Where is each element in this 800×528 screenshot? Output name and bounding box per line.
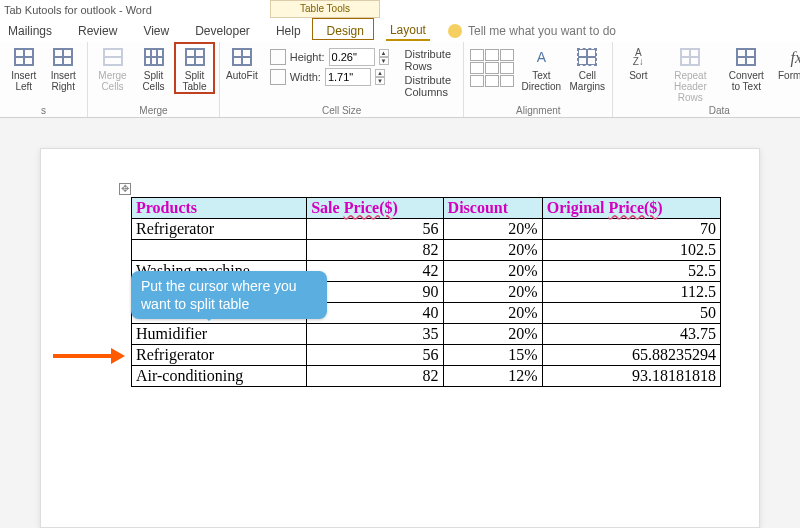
- tell-me-placeholder: Tell me what you want to do: [468, 24, 616, 38]
- height-spinner[interactable]: ▲▼: [379, 49, 389, 65]
- document-area[interactable]: ✥ Products Sale Price($) Discount Origin…: [0, 118, 800, 528]
- tab-help[interactable]: Help: [272, 22, 305, 40]
- cell-discount[interactable]: 12%: [443, 366, 542, 387]
- window-title: Tab Kutools for outlook - Word: [4, 4, 152, 16]
- cell-sale[interactable]: 56: [307, 345, 443, 366]
- cell-margins-button[interactable]: CellMargins: [568, 44, 606, 92]
- th-discount[interactable]: Discount: [443, 198, 542, 219]
- table-move-handle[interactable]: ✥: [119, 183, 131, 195]
- cell-sale[interactable]: 35: [307, 324, 443, 345]
- cell-original[interactable]: 65.88235294: [542, 345, 720, 366]
- height-label: Height:: [290, 51, 325, 63]
- repeat-header-rows-button[interactable]: RepeatHeader Rows: [661, 44, 719, 103]
- cell-sale[interactable]: 90: [307, 282, 443, 303]
- cell-original[interactable]: 52.5: [542, 261, 720, 282]
- ribbon-tabs: Mailings Review View Developer Help Desi…: [0, 20, 800, 42]
- text-direction-button[interactable]: A TextDirection: [522, 44, 560, 92]
- cell-product[interactable]: Refrigerator: [132, 345, 307, 366]
- width-input[interactable]: [325, 68, 371, 86]
- table-row[interactable]: Humidifier3520%43.75: [132, 324, 721, 345]
- group-label-rows-cols: s: [6, 105, 81, 117]
- th-original-price[interactable]: Original Price($): [542, 198, 720, 219]
- instruction-callout: Put the cursor where you want to split t…: [131, 271, 327, 319]
- bulb-icon: [448, 24, 462, 38]
- cell-original[interactable]: 50: [542, 303, 720, 324]
- width-spinner[interactable]: ▲▼: [375, 69, 385, 85]
- cell-original[interactable]: 43.75: [542, 324, 720, 345]
- cell-discount[interactable]: 15%: [443, 345, 542, 366]
- tab-view[interactable]: View: [139, 22, 173, 40]
- height-icon: [270, 49, 286, 65]
- group-label-alignment: Alignment: [470, 105, 606, 117]
- cell-original[interactable]: 112.5: [542, 282, 720, 303]
- cell-sale[interactable]: 82: [307, 366, 443, 387]
- page[interactable]: ✥ Products Sale Price($) Discount Origin…: [40, 148, 760, 528]
- distribute-rows-button[interactable]: Distribute Rows: [401, 48, 458, 72]
- cell-sale[interactable]: 82: [307, 240, 443, 261]
- table-row[interactable]: Refrigerator5620%70: [132, 219, 721, 240]
- group-label-cellsize: Cell Size: [226, 105, 457, 117]
- width-icon: [270, 69, 286, 85]
- cell-discount[interactable]: 20%: [443, 219, 542, 240]
- cell-original[interactable]: 70: [542, 219, 720, 240]
- convert-to-text-button[interactable]: Convertto Text: [723, 44, 769, 92]
- height-input[interactable]: [329, 48, 375, 66]
- split-cells-button[interactable]: SplitCells: [135, 44, 172, 92]
- merge-cells-button[interactable]: MergeCells: [94, 44, 131, 92]
- sort-icon: AZ↓: [627, 46, 649, 68]
- group-label-merge: Merge: [94, 105, 213, 117]
- cell-product[interactable]: Refrigerator: [132, 219, 307, 240]
- pointer-arrow: [53, 349, 125, 363]
- autofit-button[interactable]: AutoFit: [226, 44, 258, 81]
- insert-right-button[interactable]: InsertRight: [46, 44, 82, 92]
- cell-sale[interactable]: 42: [307, 261, 443, 282]
- cell-discount[interactable]: 20%: [443, 303, 542, 324]
- sort-button[interactable]: AZ↓ Sort: [619, 44, 657, 81]
- table-header-row[interactable]: Products Sale Price($) Discount Original…: [132, 198, 721, 219]
- formula-button[interactable]: fx Formula: [773, 44, 800, 81]
- cell-sale[interactable]: 40: [307, 303, 443, 324]
- tab-mailings[interactable]: Mailings: [4, 22, 56, 40]
- cell-product[interactable]: [132, 240, 307, 261]
- cell-sale[interactable]: 56: [307, 219, 443, 240]
- tab-layout[interactable]: Layout: [386, 21, 430, 41]
- cell-discount[interactable]: 20%: [443, 282, 542, 303]
- th-products[interactable]: Products: [132, 198, 307, 219]
- table-row[interactable]: Refrigerator5615%65.88235294: [132, 345, 721, 366]
- title-bar: Tab Kutools for outlook - Word: [0, 0, 800, 20]
- th-sale-price[interactable]: Sale Price($): [307, 198, 443, 219]
- layout-tab-highlight: [312, 18, 374, 40]
- ribbon: InsertLeft InsertRight s MergeCells Spli…: [0, 42, 800, 118]
- width-label: Width:: [290, 71, 321, 83]
- distribute-columns-button[interactable]: Distribute Columns: [401, 74, 458, 98]
- alignment-grid[interactable]: [470, 49, 514, 87]
- table-row[interactable]: Air-conditioning8212%93.18181818: [132, 366, 721, 387]
- cell-product[interactable]: Humidifier: [132, 324, 307, 345]
- split-table-button[interactable]: SplitTable: [176, 44, 213, 92]
- table-row[interactable]: 8220%102.5: [132, 240, 721, 261]
- formula-icon: fx: [785, 46, 800, 68]
- cell-discount[interactable]: 20%: [443, 324, 542, 345]
- cell-original[interactable]: 102.5: [542, 240, 720, 261]
- tab-developer[interactable]: Developer: [191, 22, 254, 40]
- tab-review[interactable]: Review: [74, 22, 121, 40]
- insert-left-button[interactable]: InsertLeft: [6, 44, 42, 92]
- cell-discount[interactable]: 20%: [443, 261, 542, 282]
- cell-product[interactable]: Air-conditioning: [132, 366, 307, 387]
- cell-discount[interactable]: 20%: [443, 240, 542, 261]
- group-label-data: Data: [619, 105, 800, 117]
- cell-original[interactable]: 93.18181818: [542, 366, 720, 387]
- tell-me-search[interactable]: Tell me what you want to do: [448, 24, 616, 38]
- table-tools-contextual-tab[interactable]: Table Tools: [270, 0, 380, 18]
